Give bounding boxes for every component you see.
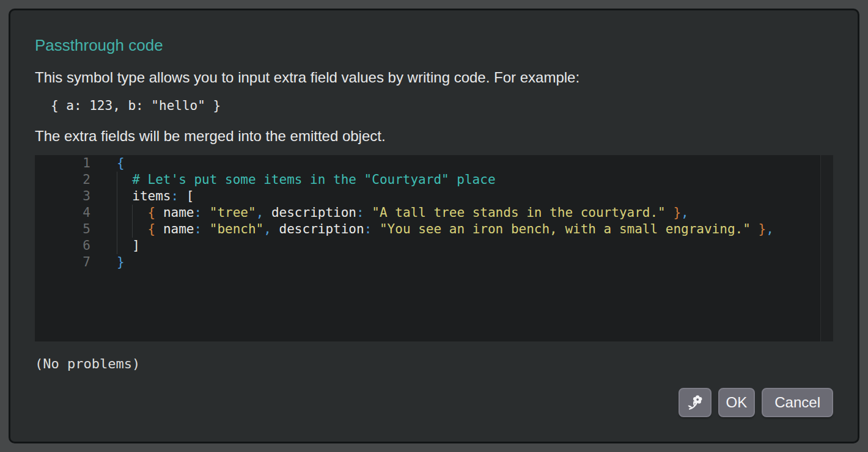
indent-guide [117,172,117,254]
code-line[interactable]: 1{ [35,155,833,172]
description-line-1: This symbol type allows you to input ext… [35,68,833,87]
line-number: 3 [35,188,90,205]
code-text: { name: "tree", description: "A tall tre… [90,205,689,221]
code-line[interactable]: 6 ] [35,238,833,254]
line-number: 2 [35,172,90,188]
ok-button[interactable]: OK [718,388,756,417]
cancel-button[interactable]: Cancel [762,388,833,417]
line-number: 4 [35,205,90,221]
code-text: { [90,155,125,172]
editor-scrollbar[interactable] [820,155,833,341]
flower-button[interactable] [679,388,712,417]
dialog-button-row: OK Cancel [35,388,833,417]
problems-status: (No problems) [35,355,833,372]
code-lines: 1{2 # Let's put some items in the "Court… [35,155,833,271]
description-line-2: The extra fields will be merged into the… [35,127,833,145]
code-line[interactable]: 3 items: [ [35,188,833,205]
code-text: } [90,254,125,271]
code-line[interactable]: 4 { name: "tree", description: "A tall t… [35,205,833,221]
passthrough-code-dialog: Passthrough code This symbol type allows… [9,9,859,443]
flower-icon [686,395,703,411]
dialog-title: Passthrough code [35,35,833,55]
line-number: 6 [35,238,90,254]
line-number: 5 [35,221,90,238]
code-text: # Let's put some items in the "Courtyard… [90,172,496,188]
example-code: { a: 123, b: "hello" } [35,98,833,114]
code-text: ] [90,238,140,254]
code-line[interactable]: 2 # Let's put some items in the "Courtya… [35,172,833,188]
code-text: { name: "bench", description: "You see a… [90,221,774,238]
code-text: items: [ [90,188,194,205]
code-editor[interactable]: 1{2 # Let's put some items in the "Court… [35,155,833,341]
line-number: 7 [35,254,90,271]
indent-guide [132,205,133,238]
code-line[interactable]: 5 { name: "bench", description: "You see… [35,221,833,238]
code-line[interactable]: 7} [35,254,833,271]
line-number: 1 [35,155,90,172]
